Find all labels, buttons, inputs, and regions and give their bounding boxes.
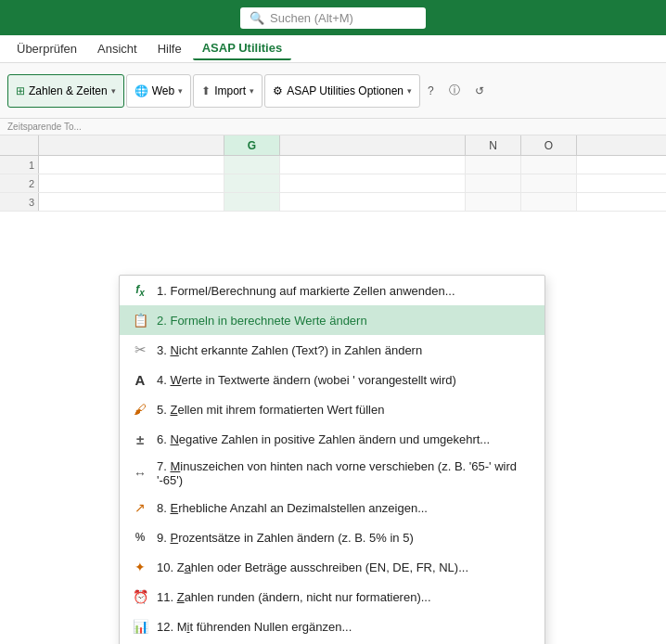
dropdown-item-7[interactable]: ↔ 7. Minuszeichen von hinten nach vorne … bbox=[120, 454, 544, 493]
web-label: Web bbox=[152, 84, 174, 97]
search-placeholder: Suchen (Alt+M) bbox=[270, 11, 353, 25]
item-icon-7: ↔ bbox=[131, 464, 149, 483]
dropdown-item-12[interactable]: 📊 12. Mit führenden Nullen ergänzen... bbox=[120, 612, 544, 641]
asap-optionen-label: ASAP Utilities Optionen bbox=[287, 84, 403, 97]
zahlen-label: Zahlen & Zeiten bbox=[29, 84, 108, 97]
item-icon-2: 📋 bbox=[131, 311, 149, 329]
menu-item-uberpruf[interactable]: Überprüfen bbox=[7, 38, 86, 59]
item-icon-5: 🖌 bbox=[131, 400, 149, 419]
item-text-5: 5. Zellen mit ihrem formatierten Wert fü… bbox=[157, 403, 533, 417]
item-icon-9: % bbox=[131, 528, 149, 547]
grid-content-area: 1 2 3 fx 1. Formel/Berechnung auf mar bbox=[0, 156, 666, 212]
col-header-left-empty bbox=[39, 135, 224, 155]
asap-optionen-chevron: ▾ bbox=[407, 86, 412, 96]
item-text-9: 9. Prozentsätze in Zahlen ändern (z. B. … bbox=[157, 531, 533, 545]
item-text-11: 11. Zahlen runden (ändern, nicht nur for… bbox=[157, 590, 533, 604]
dropdown-item-10[interactable]: ✦ 10. Zahlen oder Beträge ausschreiben (… bbox=[120, 552, 544, 582]
col-header-n: N bbox=[466, 135, 521, 155]
menu-bar: Überprüfen Ansicht Hilfe ASAP Utilities bbox=[0, 35, 666, 63]
item-text-6: 6. Negative Zahlen in positive Zahlen än… bbox=[157, 432, 533, 446]
item-icon-4: A bbox=[131, 370, 149, 389]
dropdown-item-11[interactable]: ⏰ 11. Zahlen runden (ändern, nicht nur f… bbox=[120, 582, 544, 612]
ribbon-toolbar: ⊞ Zahlen & Zeiten ▾ 🌐 Web ▾ ⬆ Import ▾ ⚙… bbox=[0, 63, 666, 119]
zahlen-chevron: ▾ bbox=[111, 86, 116, 96]
ribbon-btn-zahlen[interactable]: ⊞ Zahlen & Zeiten ▾ bbox=[7, 74, 124, 108]
table-row: 2 bbox=[0, 174, 666, 193]
item-icon-1: fx bbox=[131, 281, 149, 300]
dropdown-item-2[interactable]: 📋 2. Formeln in berechnete Werte ändern bbox=[120, 305, 544, 335]
search-icon: 🔍 bbox=[250, 11, 264, 25]
table-row: 1 bbox=[0, 156, 666, 174]
col-header-g: G bbox=[224, 135, 280, 155]
dropdown-item-9[interactable]: % 9. Prozentsätze in Zahlen ändern (z. B… bbox=[120, 522, 544, 552]
item-icon-3: ✂ bbox=[131, 341, 149, 359]
ribbon-btn-import[interactable]: ⬆ Import ▾ bbox=[193, 74, 263, 108]
menu-item-asap[interactable]: ASAP Utilities bbox=[193, 37, 291, 60]
item-text-4: 4. Werte in Textwerte ändern (wobei ' vo… bbox=[157, 373, 533, 387]
web-icon: 🌐 bbox=[134, 84, 148, 97]
dropdown-item-4[interactable]: A 4. Werte in Textwerte ändern (wobei ' … bbox=[120, 365, 544, 394]
section-label: Zeitsparende To... bbox=[7, 122, 82, 132]
dropdown-item-1[interactable]: fx 1. Formel/Berechnung auf markierte Ze… bbox=[120, 276, 544, 305]
item-text-1: 1. Formel/Berechnung auf markierte Zelle… bbox=[157, 284, 533, 298]
dropdown-menu: fx 1. Formel/Berechnung auf markierte Ze… bbox=[119, 275, 545, 644]
item-text-12: 12. Mit führenden Nullen ergänzen... bbox=[157, 620, 533, 634]
web-chevron: ▾ bbox=[178, 86, 183, 96]
grid-header: G N O bbox=[0, 135, 666, 156]
import-icon: ⬆ bbox=[201, 84, 211, 97]
info-button[interactable]: ⓘ bbox=[443, 79, 466, 102]
grid-body: 1 2 3 bbox=[0, 156, 666, 212]
item-text-7: 7. Minuszeichen von hinten nach vorne ve… bbox=[157, 459, 533, 487]
ribbon-btn-asap-optionen[interactable]: ⚙ ASAP Utilities Optionen ▾ bbox=[264, 74, 420, 108]
item-text-8: 8. Erhebliche Anzahl an Dezimalstellen a… bbox=[157, 501, 533, 515]
item-text-2: 2. Formeln in berechnete Werte ändern bbox=[157, 314, 533, 328]
col-header-mid-empty bbox=[280, 135, 466, 155]
ribbon-right-section: ? ⓘ ↺ bbox=[422, 79, 490, 102]
ribbon-buttons: ⊞ Zahlen & Zeiten ▾ 🌐 Web ▾ ⬆ Import ▾ ⚙… bbox=[7, 63, 490, 118]
help-button[interactable]: ? bbox=[422, 81, 440, 101]
item-icon-6: ± bbox=[131, 430, 149, 448]
menu-item-ansicht[interactable]: Ansicht bbox=[88, 38, 147, 59]
item-icon-11: ⏰ bbox=[131, 587, 149, 606]
section-label-row: Zeitsparende To... bbox=[0, 119, 666, 135]
item-text-3: 3. Nicht erkannte Zahlen (Text?) in Zahl… bbox=[157, 343, 533, 357]
refresh-button[interactable]: ↺ bbox=[469, 81, 490, 101]
dropdown-item-3[interactable]: ✂ 3. Nicht erkannte Zahlen (Text?) in Za… bbox=[120, 335, 544, 365]
asap-optionen-icon: ⚙ bbox=[273, 84, 283, 97]
table-row: 3 bbox=[0, 193, 666, 212]
item-icon-12: 📊 bbox=[131, 617, 149, 636]
dropdown-item-6[interactable]: ± 6. Negative Zahlen in positive Zahlen … bbox=[120, 424, 544, 454]
import-chevron: ▾ bbox=[250, 86, 254, 96]
col-header-o: O bbox=[521, 135, 577, 155]
item-text-10: 10. Zahlen oder Beträge ausschreiben (EN… bbox=[157, 560, 533, 574]
row-num-col-header bbox=[0, 135, 39, 155]
dropdown-item-8[interactable]: ↗ 8. Erhebliche Anzahl an Dezimalstellen… bbox=[120, 493, 544, 522]
search-box[interactable]: 🔍 Suchen (Alt+M) bbox=[240, 7, 426, 29]
item-icon-10: ✦ bbox=[131, 558, 149, 576]
ribbon-btn-web[interactable]: 🌐 Web ▾ bbox=[126, 74, 191, 108]
import-label: Import bbox=[214, 84, 246, 97]
zahlen-icon: ⊞ bbox=[16, 84, 25, 97]
search-bar: 🔍 Suchen (Alt+M) bbox=[0, 0, 666, 35]
item-icon-8: ↗ bbox=[131, 498, 149, 517]
menu-item-hilfe[interactable]: Hilfe bbox=[148, 38, 191, 59]
dropdown-item-5[interactable]: 🖌 5. Zellen mit ihrem formatierten Wert … bbox=[120, 394, 544, 424]
